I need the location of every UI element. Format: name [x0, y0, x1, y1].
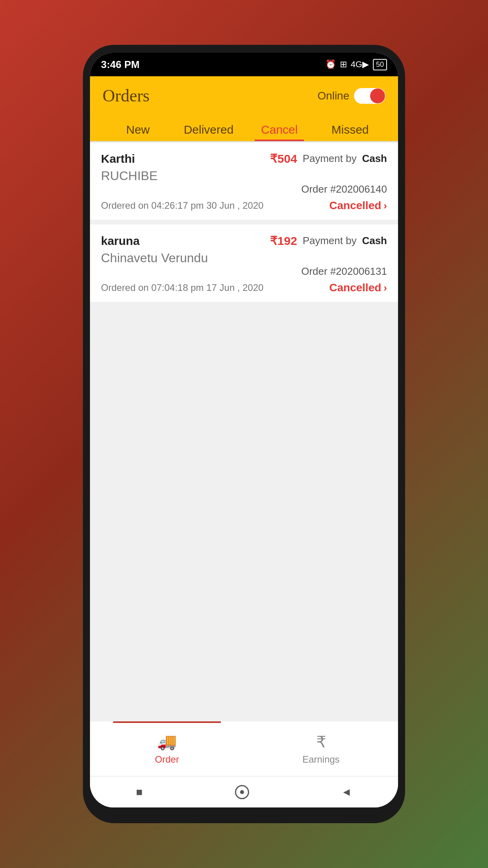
alarm-icon: ⏰ [325, 59, 336, 70]
tabs-container: New Delivered Cancel Missed [103, 117, 385, 141]
status-time: 3:46 PM [101, 59, 139, 71]
nav-label-earnings: Earnings [303, 754, 340, 765]
customer-name: Karthi [101, 152, 135, 166]
tab-new[interactable]: New [103, 117, 173, 141]
chevron-right-icon: › [383, 200, 387, 212]
bottom-nav: 🚚 Order ₹ Earnings [90, 721, 398, 776]
tab-missed[interactable]: Missed [315, 117, 385, 141]
status-bar: 3:46 PM ⏰ ⊞ 4G▶ 50 [90, 53, 398, 76]
tab-delivered[interactable]: Delivered [173, 117, 244, 141]
payment-label: Payment by [303, 235, 356, 247]
order-card[interactable]: Karthi ₹504 Payment by Cash RUCHIBE Orde… [90, 142, 398, 220]
truck-icon: 🚚 [157, 732, 177, 751]
rupee-icon: ₹ [316, 733, 326, 751]
android-square-button[interactable]: ■ [136, 786, 143, 798]
payment-label: Payment by [303, 153, 356, 165]
online-toggle-thumb [370, 88, 385, 103]
cancelled-button[interactable]: Cancelled › [329, 281, 387, 294]
battery-icon: 50 [373, 59, 387, 70]
cancelled-button[interactable]: Cancelled › [329, 199, 387, 212]
order-amount-section: ₹504 Payment by Cash [270, 152, 387, 166]
order-number: Order #202006131 [301, 265, 387, 278]
order-amount-section: ₹192 Payment by Cash [270, 234, 387, 248]
order-date: Ordered on 04:26:17 pm 30 Jun , 2020 [101, 200, 264, 211]
restaurant-name: Chinavetu Verundu [101, 251, 208, 265]
online-toggle-track[interactable] [354, 88, 385, 104]
signal-icon: 4G▶ [351, 59, 369, 70]
sim-icon: ⊞ [340, 59, 347, 70]
phone-device: 3:46 PM ⏰ ⊞ 4G▶ 50 Orders Online [83, 45, 405, 823]
nav-label-order: Order [155, 754, 179, 765]
nav-item-order[interactable]: 🚚 Order [90, 721, 244, 776]
order-card[interactable]: karuna ₹192 Payment by Cash Chinavetu Ve… [90, 224, 398, 302]
chevron-right-icon: › [383, 282, 387, 294]
nav-item-earnings[interactable]: ₹ Earnings [244, 721, 398, 776]
android-back-button[interactable]: ◄ [341, 786, 352, 798]
customer-name: karuna [101, 234, 139, 248]
orders-content: Karthi ₹504 Payment by Cash RUCHIBE Orde… [90, 142, 398, 721]
order-date: Ordered on 07:04:18 pm 17 Jun , 2020 [101, 282, 264, 293]
android-nav: ■ ◄ [90, 776, 398, 807]
online-toggle-section[interactable]: Online [317, 88, 385, 104]
status-icons: ⏰ ⊞ 4G▶ 50 [325, 59, 387, 70]
payment-method: Cash [362, 153, 387, 165]
payment-method: Cash [362, 235, 387, 247]
restaurant-name: RUCHIBE [101, 169, 158, 183]
app-header: Orders Online New Delivered Cancel [90, 76, 398, 141]
phone-screen: 3:46 PM ⏰ ⊞ 4G▶ 50 Orders Online [90, 53, 398, 807]
order-amount: ₹192 [270, 234, 297, 248]
order-amount: ₹504 [270, 152, 297, 166]
android-home-dot [240, 790, 244, 794]
page-title: Orders [103, 86, 150, 106]
tab-cancel[interactable]: Cancel [244, 117, 315, 141]
android-home-button[interactable] [235, 785, 249, 799]
online-label: Online [317, 90, 349, 102]
order-number: Order #202006140 [301, 183, 387, 195]
